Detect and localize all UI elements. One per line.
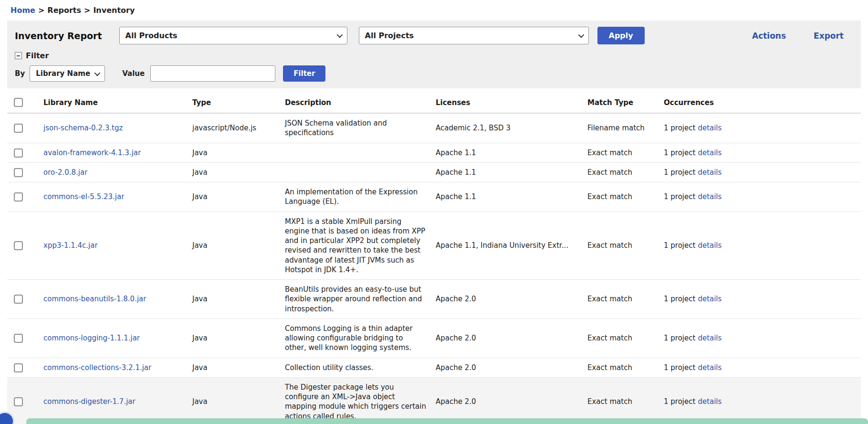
- details-link[interactable]: details: [698, 124, 722, 132]
- library-name-link[interactable]: commons-el-5.5.23.jar: [43, 192, 124, 201]
- library-name-link[interactable]: oro-2.0.8.jar: [43, 168, 87, 177]
- match-type-cell: Exact match: [583, 358, 659, 377]
- library-name-link[interactable]: avalon-framework-4.1.3.jar: [43, 148, 141, 157]
- licenses-cell: Apache 2.0: [431, 280, 583, 319]
- products-select[interactable]: All Products: [119, 27, 347, 44]
- row-checkbox[interactable]: [14, 363, 23, 372]
- chevron-down-icon: [578, 32, 584, 38]
- breadcrumb-separator: >: [38, 6, 44, 15]
- table-row: commons-digester-1.7.jar Java The Digest…: [7, 377, 861, 424]
- projects-select[interactable]: All Projects: [359, 27, 589, 44]
- table-row: commons-logging-1.1.1.jar Java Commons L…: [7, 318, 861, 358]
- library-name-link[interactable]: commons-digester-1.7.jar: [43, 397, 136, 406]
- description-cell: Commons Logging is a thin adapter allowi…: [280, 318, 431, 358]
- breadcrumb-home-link[interactable]: Home: [10, 6, 35, 15]
- occurrences-count: 1 project: [664, 124, 695, 132]
- occurrences-count: 1 project: [664, 168, 695, 177]
- details-link[interactable]: details: [698, 192, 722, 201]
- breadcrumb-separator: >: [84, 6, 90, 15]
- type-cell: Java: [188, 280, 280, 319]
- bottom-panel-edge: [26, 418, 868, 424]
- header-match-type[interactable]: Match Type: [583, 91, 659, 113]
- library-name-link[interactable]: xpp3-1.1.4c.jar: [43, 241, 98, 250]
- products-select-value: All Products: [125, 31, 178, 40]
- filter-button[interactable]: Filter: [283, 65, 325, 82]
- details-link[interactable]: details: [698, 397, 722, 406]
- details-link[interactable]: details: [698, 168, 722, 177]
- select-all-checkbox[interactable]: [14, 98, 23, 107]
- type-cell: javascript/Node.js: [188, 113, 280, 143]
- licenses-cell: Apache 1.1: [431, 182, 583, 212]
- row-checkbox[interactable]: [14, 334, 23, 343]
- description-cell: [280, 143, 431, 162]
- row-checkbox[interactable]: [14, 124, 23, 133]
- row-checkbox[interactable]: [14, 168, 23, 177]
- licenses-cell: Apache 1.1: [431, 143, 583, 162]
- row-checkbox[interactable]: [14, 295, 23, 304]
- occurrences-count: 1 project: [664, 192, 695, 201]
- row-checkbox[interactable]: [14, 397, 23, 406]
- occurrences-count: 1 project: [664, 363, 695, 372]
- table-row: oro-2.0.8.jar Java Apache 1.1 Exact matc…: [7, 162, 861, 182]
- details-link[interactable]: details: [698, 334, 722, 342]
- row-checkbox[interactable]: [14, 148, 23, 158]
- description-cell: [280, 162, 431, 182]
- details-link[interactable]: details: [698, 295, 722, 303]
- breadcrumb-reports[interactable]: Reports: [47, 6, 81, 15]
- match-type-cell: Exact match: [583, 143, 659, 162]
- table-row: commons-beanutils-1.8.0.jar Java BeanUti…: [7, 280, 861, 319]
- match-type-cell: Exact match: [583, 212, 659, 280]
- match-type-cell: Exact match: [583, 182, 659, 212]
- type-cell: Java: [188, 318, 280, 358]
- header-licenses[interactable]: Licenses: [431, 91, 583, 113]
- filter-value-label: Value: [122, 69, 145, 78]
- description-cell: Collection utility classes.: [280, 358, 431, 377]
- apply-button[interactable]: Apply: [597, 27, 645, 44]
- description-cell: MXP1 is a stable XmlPull parsing engine …: [280, 212, 431, 280]
- occurrences-count: 1 project: [664, 148, 695, 157]
- header-library-name[interactable]: Library Name: [39, 91, 188, 113]
- library-name-link[interactable]: commons-beanutils-1.8.0.jar: [43, 295, 146, 303]
- header-occurrences[interactable]: Occurrences: [659, 91, 861, 113]
- match-type-cell: Exact match: [583, 377, 659, 424]
- licenses-cell: Apache 2.0: [431, 358, 583, 377]
- filter-by-select[interactable]: Library Name: [30, 65, 105, 82]
- table-row: json-schema-0.2.3.tgz javascript/Node.js…: [7, 113, 861, 143]
- collapse-filter-icon[interactable]: [15, 52, 22, 59]
- header-description[interactable]: Description: [280, 91, 431, 113]
- licenses-cell: Apache 2.0: [431, 377, 583, 424]
- table-row: avalon-framework-4.1.3.jar Java Apache 1…: [7, 143, 861, 162]
- filter-by-label: By: [15, 69, 25, 78]
- row-checkbox[interactable]: [14, 241, 23, 250]
- table-row: xpp3-1.1.4c.jar Java MXP1 is a stable Xm…: [7, 212, 861, 280]
- filter-section-label: Filter: [26, 51, 49, 60]
- projects-select-value: All Projects: [365, 31, 414, 40]
- match-type-cell: Exact match: [583, 280, 659, 319]
- header-type[interactable]: Type: [188, 91, 280, 113]
- filter-by-select-value: Library Name: [36, 69, 90, 78]
- actions-link[interactable]: Actions: [752, 31, 786, 41]
- table-row: commons-collections-3.2.1.jar Java Colle…: [7, 358, 861, 377]
- match-type-cell: Exact match: [583, 162, 659, 182]
- table-header-row: Library Name Type Description Licenses M…: [7, 91, 861, 113]
- details-link[interactable]: details: [698, 148, 722, 157]
- page-title: Inventory Report: [15, 31, 102, 41]
- type-cell: Java: [188, 162, 280, 182]
- library-name-link[interactable]: commons-logging-1.1.1.jar: [43, 334, 140, 342]
- filter-value-input[interactable]: [150, 65, 275, 82]
- library-name-link[interactable]: commons-collections-3.2.1.jar: [43, 363, 151, 372]
- chevron-down-icon: [94, 70, 101, 76]
- type-cell: Java: [188, 212, 280, 280]
- type-cell: Java: [188, 182, 280, 212]
- occurrences-count: 1 project: [664, 397, 695, 406]
- chevron-down-icon: [336, 32, 343, 38]
- inventory-table: Library Name Type Description Licenses M…: [7, 91, 861, 424]
- description-cell: BeanUtils provides an easy-to-use but fl…: [280, 280, 431, 319]
- export-link[interactable]: Export: [814, 31, 844, 41]
- breadcrumb: Home>Reports>Inventory: [0, 0, 868, 20]
- details-link[interactable]: details: [698, 363, 722, 372]
- type-cell: Java: [188, 377, 280, 424]
- row-checkbox[interactable]: [14, 192, 23, 201]
- library-name-link[interactable]: json-schema-0.2.3.tgz: [43, 124, 123, 132]
- details-link[interactable]: details: [698, 241, 722, 250]
